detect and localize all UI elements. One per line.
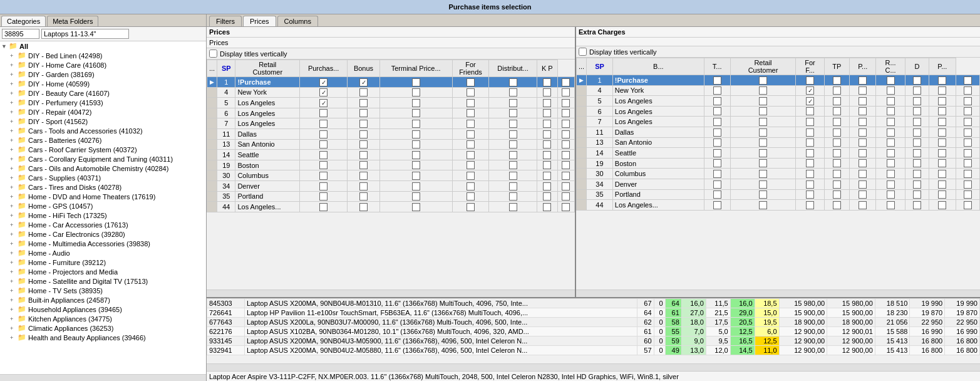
table-row[interactable]: 30 Columbus: [207, 170, 575, 181]
row-check[interactable]: [300, 87, 348, 98]
list-item[interactable]: + 📁 Climatic Appliances (36253): [0, 323, 206, 333]
list-item[interactable]: + 📁 Cars - Tools and Accessories (41032): [0, 126, 206, 135]
table-row[interactable]: 622176 Laptop ASUS X102BA, 90NB0364-M012…: [207, 327, 980, 337]
table-row[interactable]: 6 Los Angeles: [207, 108, 575, 118]
extra-hscrollbar[interactable]: [576, 290, 980, 297]
table-row[interactable]: 7 Los Angeles: [207, 118, 575, 129]
col-sp[interactable]: SP: [587, 58, 613, 75]
list-item[interactable]: + 📁 DIY - Home (40599): [0, 79, 206, 88]
tab-meta-folders[interactable]: Meta Folders: [47, 16, 98, 26]
list-item[interactable]: + 📁 DIY - Garden (38169): [0, 70, 206, 79]
list-item[interactable]: + 📁 Home - Car Accessories (17613): [0, 220, 206, 229]
list-item[interactable]: + 📁 DIY - Sport (41562): [0, 117, 206, 126]
table-row[interactable]: 5 Los Angeles: [577, 96, 980, 107]
list-item[interactable]: + 📁 DIY - Home Care (41608): [0, 60, 206, 70]
list-item[interactable]: + 📁 Health and Beauty Appliances (39466): [0, 333, 206, 342]
row-check[interactable]: [300, 77, 348, 88]
list-item[interactable]: + 📁 Home - Furniture (39212): [0, 258, 206, 267]
col-kp[interactable]: K P: [537, 60, 557, 77]
list-item[interactable]: + 📁 Built-in Appliances (24587): [0, 295, 206, 305]
table-row[interactable]: 4 New York: [577, 85, 980, 96]
col-distribut[interactable]: Distribut...: [489, 60, 537, 77]
list-item[interactable]: + 📁 Household Appliances (39465): [0, 305, 206, 314]
row-check[interactable]: [379, 98, 452, 108]
col-tp[interactable]: TP: [824, 58, 849, 75]
row-check[interactable]: [348, 98, 380, 108]
row-check[interactable]: [557, 98, 574, 108]
list-item[interactable]: + 📁 Cars - Corollary Equipment and Tunin…: [0, 154, 206, 164]
list-item[interactable]: + 📁 Cars - Batteries (40276): [0, 135, 206, 145]
table-row[interactable]: 7 Los Angeles: [577, 117, 980, 127]
row-check[interactable]: [379, 77, 452, 88]
list-item[interactable]: + 📁 Home - Multimedia Accessories (39838…: [0, 239, 206, 248]
tab-prices[interactable]: Prices: [243, 16, 276, 26]
tab-categories[interactable]: Categories: [1, 16, 46, 26]
row-check[interactable]: [452, 77, 489, 88]
table-row[interactable]: 4 New York: [207, 87, 575, 98]
col-friends[interactable]: ForFriends: [452, 60, 489, 77]
table-row[interactable]: 6 Los Angeles: [577, 106, 980, 117]
prices-hscrollbar[interactable]: [207, 290, 575, 297]
list-item[interactable]: + 📁 Home - TV Sets (38935): [0, 286, 206, 295]
list-item[interactable]: + 📁 Home - HiFi Tech (17325): [0, 211, 206, 220]
table-row[interactable]: ▶ 1 !Purchase: [207, 77, 575, 88]
products-hscrollbar[interactable]: [207, 363, 980, 371]
table-row[interactable]: 11 Dallas: [577, 127, 980, 137]
col-retail[interactable]: RetailCustomer: [235, 60, 300, 77]
extra-display-titles-checkbox[interactable]: [579, 48, 587, 56]
list-item[interactable]: + 📁 DIY - Beauty Care (41607): [0, 88, 206, 98]
col-bonus[interactable]: Bonus: [348, 60, 380, 77]
table-row[interactable]: 34 Denver: [207, 180, 575, 191]
col-b[interactable]: B...: [612, 58, 704, 75]
table-row[interactable]: 14 Seattle: [577, 148, 980, 159]
table-row[interactable]: 932941 Laptop ASUS X200MA, 90NB04U2-M058…: [207, 346, 980, 355]
table-row[interactable]: 726641 Laptop HP Pavilion 11-e100sr Touc…: [207, 308, 980, 318]
row-check[interactable]: [557, 77, 574, 88]
row-check[interactable]: [348, 77, 380, 88]
table-row[interactable]: 845303 Laptop ASUS X200MA, 90NB04U8-M013…: [207, 299, 980, 308]
list-item[interactable]: + 📁 Home - Car Electronics (39280): [0, 229, 206, 239]
list-item[interactable]: + 📁 Home - DVD and Home Theaters (17619): [0, 192, 206, 201]
table-row[interactable]: 11 Dallas: [207, 128, 575, 139]
tab-columns[interactable]: Columns: [277, 16, 318, 26]
table-row[interactable]: 30 Columbus: [577, 169, 980, 179]
table-row[interactable]: 677643 Laptop ASUS X200La, 90NB03U7-M000…: [207, 318, 980, 327]
col-purchas[interactable]: Purchas...: [300, 60, 348, 77]
table-row[interactable]: 933145 Laptop ASUS X200MA, 90NB04U3-M059…: [207, 337, 980, 346]
row-check[interactable]: [537, 98, 557, 108]
list-item[interactable]: + 📁 Kitchen Appliances (34775): [0, 314, 206, 323]
table-row[interactable]: 13 San Antonio: [207, 139, 575, 150]
col-retail[interactable]: RetailCustomer: [730, 58, 796, 75]
col-terminal[interactable]: Terminal Price...: [379, 60, 452, 77]
row-check[interactable]: [557, 87, 574, 98]
col-p[interactable]: P...: [850, 58, 876, 75]
table-row[interactable]: 14 Seattle: [207, 150, 575, 160]
list-item[interactable]: + 📁 Home - Projectors and Media: [0, 267, 206, 276]
row-check[interactable]: [489, 87, 537, 98]
table-row[interactable]: 19 Boston: [207, 160, 575, 170]
table-row[interactable]: 44 Los Angeles...: [207, 202, 575, 212]
list-item[interactable]: + 📁 Cars - Tires and Disks (40278): [0, 182, 206, 192]
search-id-input[interactable]: [2, 29, 39, 39]
row-check[interactable]: [300, 98, 348, 108]
col-p2[interactable]: P...: [929, 58, 956, 75]
row-check[interactable]: [452, 87, 489, 98]
search-text-input[interactable]: [41, 29, 129, 39]
col-d[interactable]: D: [905, 58, 929, 75]
table-row[interactable]: 35 Portland: [207, 191, 575, 202]
list-item[interactable]: + 📁 DIY - Repair (40472): [0, 107, 206, 117]
row-check[interactable]: [379, 87, 452, 98]
col-rc[interactable]: R...C...: [876, 58, 905, 75]
tree-item-all[interactable]: ▼ 📁 All: [0, 41, 206, 51]
col-sp[interactable]: SP: [217, 60, 235, 77]
list-item[interactable]: + 📁 Home - Satellite and Digital TV (175…: [0, 276, 206, 286]
list-item[interactable]: + 📁 Cars - Roof Carrier System (40372): [0, 145, 206, 154]
table-row[interactable]: ▶ 1 !Purchase: [577, 75, 980, 86]
left-panel-scrollbar[interactable]: [0, 374, 206, 381]
row-check[interactable]: [537, 87, 557, 98]
list-item[interactable]: + 📁 Home - GPS (10457): [0, 201, 206, 211]
row-check[interactable]: [489, 77, 537, 88]
list-item[interactable]: + 📁 DIY - Perfumery (41593): [0, 98, 206, 107]
table-row[interactable]: 5 Los Angeles: [207, 98, 575, 108]
row-check[interactable]: [489, 98, 537, 108]
